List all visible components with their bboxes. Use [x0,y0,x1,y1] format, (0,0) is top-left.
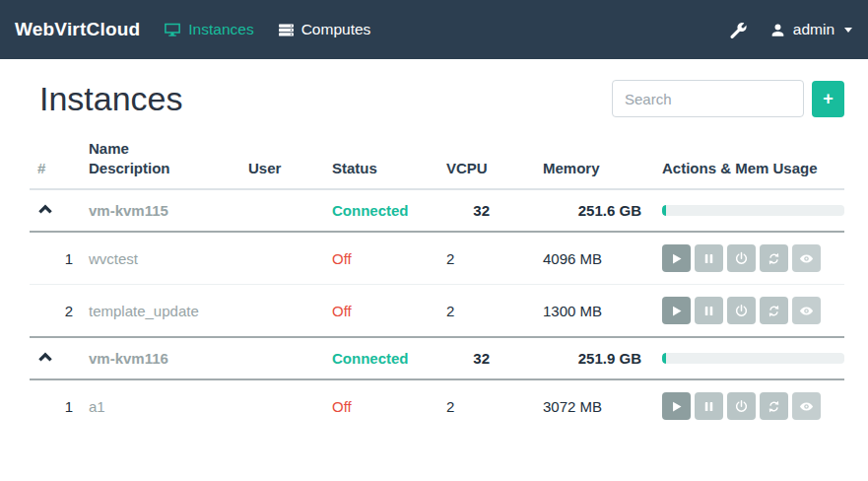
header-name-description: Name Description [81,131,240,190]
instance-vcpu: 2 [438,285,535,338]
header-index: # [30,131,81,190]
instance-index: 2 [30,285,81,338]
header-status: Status [324,131,438,190]
instance-index: 1 [30,232,81,285]
instance-name-link[interactable]: a1 [89,398,105,415]
header-user: User [240,131,324,190]
host-user-cell [240,337,324,379]
eye-button[interactable] [792,244,821,272]
instance-user-cell [240,379,324,432]
instance-status: Off [332,303,352,319]
page-header: Instances + [30,79,844,119]
nav-item-label: Instances [188,21,253,38]
webvirtcloud-app: WebVirtCloud Instances Computes admin [0,0,868,481]
header-actions: Actions & Mem Usage [654,131,844,190]
eye-icon [799,304,814,318]
instance-row: 1 wvctest Off 2 4096 MB [30,232,844,285]
instance-memory: 1300 MB [535,285,654,338]
play-icon [669,304,684,318]
brand-link[interactable]: WebVirtCloud [15,19,140,40]
power-icon [734,399,749,414]
nav-item-instances[interactable]: Instances [164,21,253,38]
eye-button[interactable] [792,392,821,420]
host-status: Connected [332,350,409,367]
main-content: Instances + # Name Description [0,79,868,432]
host-memory: 251.6 GB [535,189,654,232]
nav-item-computes[interactable]: Computes [278,21,371,38]
refresh-button[interactable] [760,392,788,420]
user-icon [770,23,785,37]
collapse-group-button[interactable] [37,349,53,368]
search-toolbar: + [612,80,844,117]
refresh-button[interactable] [760,244,788,272]
instance-status: Off [332,250,352,267]
host-row: vm-kvm116 Connected 32 251.9 GB [30,337,844,379]
desktop-icon [164,21,181,38]
eye-icon [799,399,814,414]
mem-usage-fill [662,353,666,364]
power-icon [734,251,749,266]
collapse-group-button[interactable] [37,201,53,220]
caret-down-icon [844,28,852,33]
mem-usage-bar [662,353,844,364]
table-header-row: # Name Description User Status VCPU Memo… [30,131,844,190]
refresh-icon [767,304,781,318]
pause-button[interactable] [695,297,723,324]
navbar-right: admin [730,21,852,38]
page-title: Instances [39,79,183,119]
search-input[interactable] [612,80,804,117]
user-menu-label: admin [793,21,835,38]
pause-icon [701,399,716,414]
header-name: Name [89,139,233,159]
instance-memory: 3072 MB [535,379,654,432]
instance-status: Off [332,398,352,415]
top-navbar: WebVirtCloud Instances Computes admin [0,0,868,59]
plus-icon: + [823,90,834,107]
play-button[interactable] [662,244,691,272]
instance-row: 1 a1 Off 2 3072 MB [30,379,844,432]
play-icon [669,251,684,266]
host-memory: 251.9 GB [535,337,654,379]
header-memory: Memory [535,131,654,190]
eye-icon [799,251,814,266]
instance-memory: 4096 MB [535,232,654,285]
instances-table: # Name Description User Status VCPU Memo… [30,131,844,433]
pause-button[interactable] [695,244,723,272]
host-row: vm-kvm115 Connected 32 251.6 GB [30,189,844,232]
refresh-icon [767,251,781,266]
power-button[interactable] [727,244,756,272]
pause-icon [701,251,716,266]
pause-button[interactable] [695,392,723,420]
host-vcpu: 32 [438,337,535,379]
power-icon [734,304,749,318]
power-button[interactable] [727,297,756,324]
nav-item-label: Computes [301,21,371,38]
play-button[interactable] [662,297,691,324]
play-button[interactable] [662,392,691,420]
instance-index: 1 [30,379,81,432]
instance-name-link[interactable]: wvctest [89,250,138,267]
pause-icon [701,304,716,318]
instance-row: 2 template_update Off 2 1300 MB [30,285,844,338]
chevron-up-icon [37,353,53,368]
host-name-link[interactable]: vm-kvm115 [89,202,168,219]
server-icon [278,22,295,38]
user-menu-dropdown[interactable]: admin [770,21,852,38]
instance-vcpu: 2 [438,379,535,432]
host-vcpu: 32 [438,189,535,232]
instance-user-cell [240,285,324,338]
refresh-button[interactable] [760,297,788,324]
add-instance-button[interactable]: + [812,81,844,117]
mem-usage-fill [662,205,666,216]
instance-vcpu: 2 [438,232,535,285]
host-status: Connected [332,202,409,219]
header-description: Description [89,159,233,178]
eye-button[interactable] [792,297,821,324]
power-button[interactable] [727,392,756,420]
play-icon [669,399,684,414]
host-name-link[interactable]: vm-kvm116 [89,350,168,367]
refresh-icon [767,399,781,414]
wrench-icon[interactable] [730,22,747,38]
mem-usage-bar [662,205,844,216]
instance-name-link[interactable]: template_update [89,303,199,319]
